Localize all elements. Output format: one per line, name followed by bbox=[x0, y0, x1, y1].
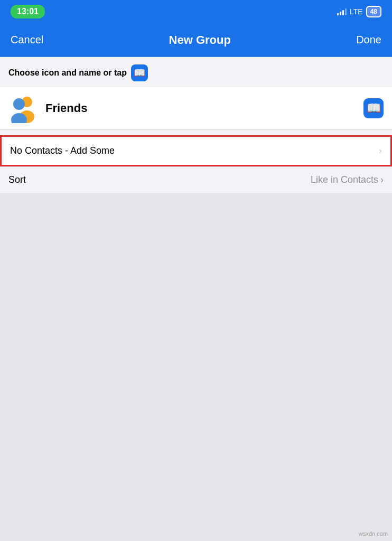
sort-label: Sort bbox=[8, 174, 26, 185]
cancel-button[interactable]: Cancel bbox=[11, 34, 43, 46]
svg-point-2 bbox=[13, 98, 25, 110]
book-icon-right-glyph: 📖 bbox=[367, 101, 381, 115]
nav-title: New Group bbox=[169, 33, 231, 47]
status-right: LTE 48 bbox=[337, 6, 381, 17]
sort-value-text: Like in Contacts bbox=[311, 174, 378, 185]
group-name-input[interactable] bbox=[45, 101, 356, 115]
battery-badge: 48 bbox=[366, 6, 381, 17]
book-icon-header[interactable]: 📖 bbox=[131, 64, 148, 81]
book-icon-right[interactable]: 📖 bbox=[363, 98, 384, 118]
group-icon[interactable] bbox=[8, 94, 38, 123]
content-area: Choose icon and name or tap 📖 📖 No Conta… bbox=[0, 57, 392, 193]
done-button[interactable]: Done bbox=[356, 34, 381, 46]
group-name-row: 📖 bbox=[0, 87, 392, 130]
book-icon-glyph: 📖 bbox=[134, 67, 145, 79]
choose-header: Choose icon and name or tap 📖 bbox=[0, 57, 392, 87]
no-contacts-row[interactable]: No Contacts - Add Some › bbox=[0, 135, 392, 166]
status-time: 13:01 bbox=[11, 5, 45, 18]
choose-header-text: Choose icon and name or tap bbox=[8, 68, 127, 78]
signal-icon bbox=[337, 8, 347, 15]
nav-bar: Cancel New Group Done bbox=[0, 23, 392, 57]
sort-chevron-icon: › bbox=[380, 174, 384, 185]
watermark: wsxdn.com bbox=[359, 530, 388, 537]
chevron-icon: › bbox=[379, 145, 382, 156]
status-bar: 13:01 LTE 48 bbox=[0, 0, 392, 23]
sort-value: Like in Contacts › bbox=[311, 174, 384, 185]
lte-label: LTE bbox=[350, 7, 363, 16]
no-contacts-text: No Contacts - Add Some bbox=[10, 145, 115, 156]
sort-row[interactable]: Sort Like in Contacts › bbox=[0, 166, 392, 193]
